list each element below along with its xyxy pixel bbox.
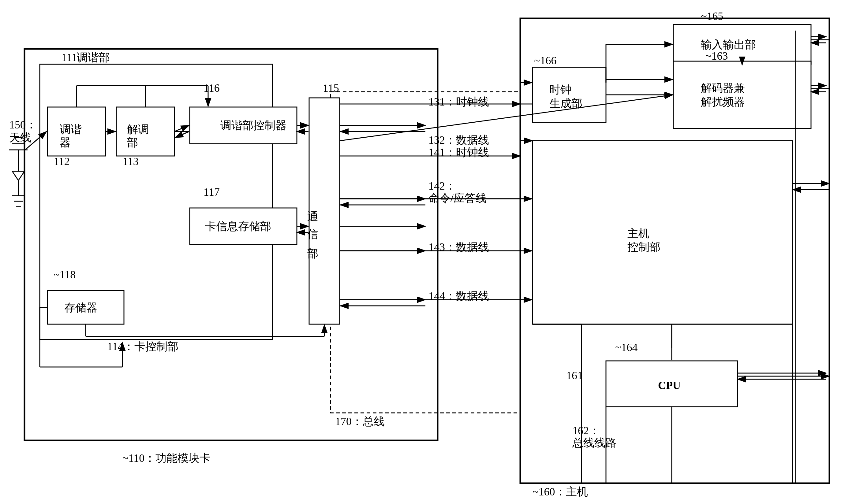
antenna-label: 150：	[9, 119, 37, 131]
comm-id: 115	[323, 82, 339, 94]
demod-label: 解调	[127, 123, 149, 136]
memory-id: ~118	[54, 269, 75, 281]
bus-line-label: 162：	[572, 425, 600, 437]
memory-label: 存储器	[64, 302, 97, 314]
data-line1-label: 132：数据线	[428, 134, 489, 146]
tuner-section-label: 111调谐部	[61, 51, 110, 64]
clock-gen-id: ~166	[534, 54, 556, 67]
clock-gen-label: 时钟	[549, 84, 572, 96]
demod-id: 113	[122, 155, 139, 167]
cmd-line-label2: 命令/应答线	[428, 192, 487, 204]
data-line3-label: 144：数据线	[428, 290, 489, 302]
ref-164-label: ~164	[615, 341, 637, 354]
card-info-id: 117	[204, 186, 220, 198]
clock-line2-label: 141：时钟线	[428, 146, 489, 158]
svg-rect-36	[673, 61, 811, 128]
tuner-ctrl-label: 调谐部控制器	[220, 119, 286, 131]
card-info-label: 卡信息存储部	[205, 220, 271, 232]
diagram-container: 150： 天线 111调谐部 ~110：功能模块卡 ~160：主机 170：总线…	[0, 0, 841, 504]
svg-rect-24	[309, 98, 340, 324]
io-label: 输入输出部	[701, 38, 756, 51]
decoder-label2: 解扰频器	[701, 96, 745, 108]
svg-line-7	[18, 171, 24, 180]
cpu-label: CPU	[658, 379, 681, 392]
host-label: ~160：主机	[532, 486, 588, 498]
host-ctrl-label2: 控制部	[627, 241, 661, 253]
decoder-label: 解码器兼	[701, 82, 745, 94]
bus-label: 170：总线	[335, 415, 385, 428]
clock-line1-label: 131：时钟线	[428, 96, 489, 108]
host-ctrl-label: 主机	[627, 227, 649, 239]
svg-line-6	[12, 171, 18, 180]
data-line2-label: 143：数据线	[428, 241, 489, 253]
func-card-label: ~110：功能模块卡	[122, 452, 211, 464]
demod-label2: 部	[127, 137, 138, 149]
tuner-ctrl-id: 116	[204, 82, 220, 94]
svg-rect-43	[532, 141, 793, 324]
cmd-line-label: 142：	[428, 180, 456, 192]
tuner-box-label2: 器	[60, 137, 71, 149]
io-id: ~165	[701, 10, 723, 22]
bus-line-label2: 总线线路	[572, 437, 616, 449]
card-ctrl-label: 114：卡控制部	[107, 340, 178, 353]
tuner-box-label: 调谐	[60, 123, 82, 136]
tuner-id: 112	[54, 155, 70, 167]
decoder-id: ~163	[705, 50, 728, 62]
cpu-id: 161	[566, 370, 583, 382]
